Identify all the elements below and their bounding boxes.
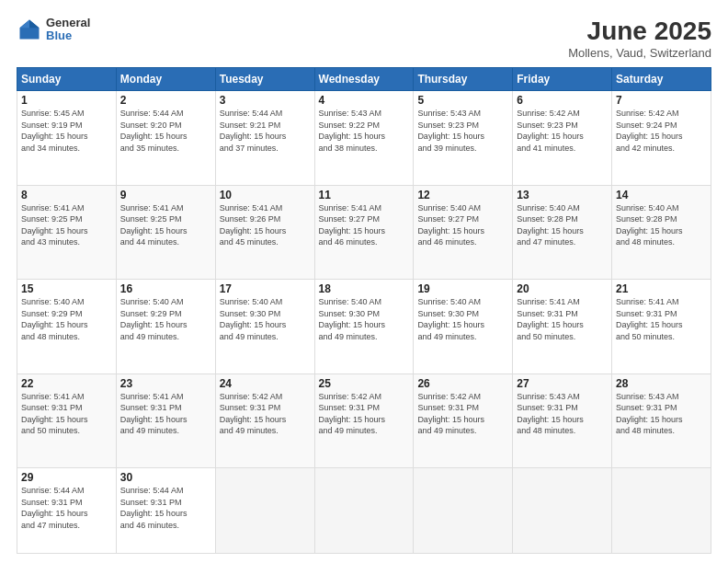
header-wednesday: Wednesday: [314, 68, 414, 91]
table-row: [314, 468, 414, 554]
header-friday: Friday: [513, 68, 612, 91]
table-row: 13Sunrise: 5:40 AM Sunset: 9:28 PM Dayli…: [513, 185, 612, 280]
table-row: 25Sunrise: 5:42 AM Sunset: 9:31 PM Dayli…: [314, 373, 414, 468]
header-tuesday: Tuesday: [215, 68, 314, 91]
main-title: June 2025: [568, 17, 711, 46]
page: General Blue June 2025 Mollens, Vaud, Sw…: [0, 0, 728, 563]
table-row: [215, 468, 314, 554]
header: General Blue June 2025 Mollens, Vaud, Sw…: [17, 17, 711, 60]
table-row: 19Sunrise: 5:40 AM Sunset: 9:30 PM Dayli…: [414, 280, 513, 374]
table-row: 17Sunrise: 5:40 AM Sunset: 9:30 PM Dayli…: [215, 280, 314, 374]
day-header-row: Sunday Monday Tuesday Wednesday Thursday…: [17, 68, 711, 91]
table-row: 22Sunrise: 5:41 AM Sunset: 9:31 PM Dayli…: [17, 373, 117, 468]
logo-blue-label: Blue: [46, 29, 90, 42]
svg-marker-2: [20, 20, 30, 29]
table-row: 9Sunrise: 5:41 AM Sunset: 9:25 PM Daylig…: [116, 185, 215, 280]
table-row: [612, 468, 711, 554]
table-row: 23Sunrise: 5:41 AM Sunset: 9:31 PM Dayli…: [116, 373, 215, 468]
svg-marker-1: [29, 20, 40, 29]
logo-general-label: General: [46, 17, 90, 29]
table-row: 2Sunrise: 5:44 AM Sunset: 9:20 PM Daylig…: [116, 91, 215, 186]
header-thursday: Thursday: [414, 68, 513, 91]
table-row: 29Sunrise: 5:44 AM Sunset: 9:31 PM Dayli…: [17, 468, 117, 554]
table-row: 5Sunrise: 5:43 AM Sunset: 9:23 PM Daylig…: [414, 91, 513, 186]
table-row: 11Sunrise: 5:41 AM Sunset: 9:27 PM Dayli…: [314, 185, 414, 280]
table-row: 15Sunrise: 5:40 AM Sunset: 9:29 PM Dayli…: [17, 280, 117, 374]
table-row: 18Sunrise: 5:40 AM Sunset: 9:30 PM Dayli…: [314, 280, 414, 374]
title-block: June 2025 Mollens, Vaud, Switzerland: [568, 17, 711, 60]
logo-text: General Blue: [46, 17, 90, 43]
table-row: 14Sunrise: 5:40 AM Sunset: 9:28 PM Dayli…: [612, 185, 711, 280]
table-row: [414, 468, 513, 554]
table-row: 10Sunrise: 5:41 AM Sunset: 9:26 PM Dayli…: [215, 185, 314, 280]
calendar-week-4: 22Sunrise: 5:41 AM Sunset: 9:31 PM Dayli…: [17, 373, 711, 468]
table-row: 1Sunrise: 5:45 AM Sunset: 9:19 PM Daylig…: [17, 91, 117, 186]
table-row: 27Sunrise: 5:43 AM Sunset: 9:31 PM Dayli…: [513, 373, 612, 468]
table-row: [513, 468, 612, 554]
table-row: 24Sunrise: 5:42 AM Sunset: 9:31 PM Dayli…: [215, 373, 314, 468]
calendar-week-2: 8Sunrise: 5:41 AM Sunset: 9:25 PM Daylig…: [17, 185, 711, 280]
table-row: 6Sunrise: 5:42 AM Sunset: 9:23 PM Daylig…: [513, 91, 612, 186]
table-row: 30Sunrise: 5:44 AM Sunset: 9:31 PM Dayli…: [116, 468, 215, 554]
table-row: 8Sunrise: 5:41 AM Sunset: 9:25 PM Daylig…: [17, 185, 117, 280]
calendar-table: Sunday Monday Tuesday Wednesday Thursday…: [17, 67, 711, 554]
table-row: 7Sunrise: 5:42 AM Sunset: 9:24 PM Daylig…: [612, 91, 711, 186]
table-row: 12Sunrise: 5:40 AM Sunset: 9:27 PM Dayli…: [414, 185, 513, 280]
logo: General Blue: [17, 17, 90, 43]
table-row: 20Sunrise: 5:41 AM Sunset: 9:31 PM Dayli…: [513, 280, 612, 374]
table-row: 4Sunrise: 5:43 AM Sunset: 9:22 PM Daylig…: [314, 91, 414, 186]
calendar-week-5: 29Sunrise: 5:44 AM Sunset: 9:31 PM Dayli…: [17, 468, 711, 554]
header-monday: Monday: [116, 68, 215, 91]
calendar-week-3: 15Sunrise: 5:40 AM Sunset: 9:29 PM Dayli…: [17, 280, 711, 374]
header-saturday: Saturday: [612, 68, 711, 91]
table-row: 16Sunrise: 5:40 AM Sunset: 9:29 PM Dayli…: [116, 280, 215, 374]
table-row: 3Sunrise: 5:44 AM Sunset: 9:21 PM Daylig…: [215, 91, 314, 186]
subtitle: Mollens, Vaud, Switzerland: [568, 46, 711, 60]
header-sunday: Sunday: [17, 68, 117, 91]
table-row: 21Sunrise: 5:41 AM Sunset: 9:31 PM Dayli…: [612, 280, 711, 374]
calendar-week-1: 1Sunrise: 5:45 AM Sunset: 9:19 PM Daylig…: [17, 91, 711, 186]
table-row: 26Sunrise: 5:42 AM Sunset: 9:31 PM Dayli…: [414, 373, 513, 468]
logo-icon: [17, 17, 42, 42]
table-row: 28Sunrise: 5:43 AM Sunset: 9:31 PM Dayli…: [612, 373, 711, 468]
